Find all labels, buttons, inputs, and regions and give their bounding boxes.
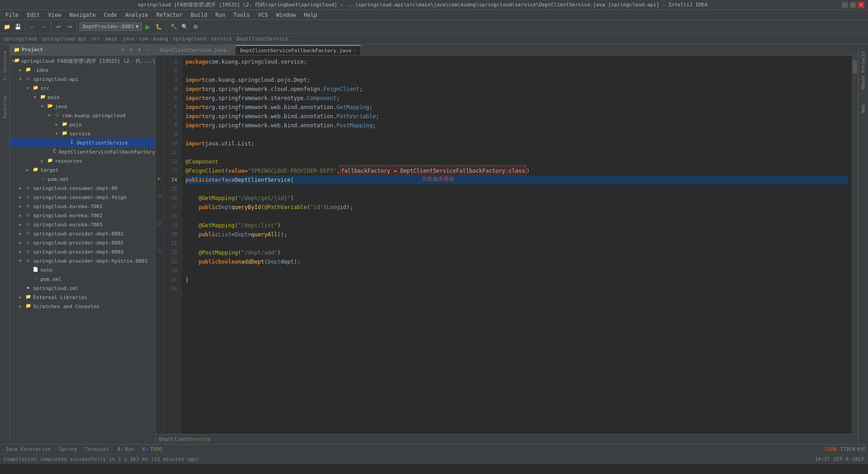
- toolbar-undo-button[interactable]: ↩: [54, 22, 64, 32]
- project-settings-icon[interactable]: ▼: [136, 46, 143, 54]
- minimize-button[interactable]: ─: [842, 2, 848, 8]
- tree-provider-8001[interactable]: ▶ ◎ springcloud-provider-dept-8001: [10, 229, 155, 238]
- toolbar-separator-1: [25, 23, 25, 31]
- menu-run[interactable]: Run: [212, 11, 229, 19]
- menu-file[interactable]: File: [2, 11, 22, 19]
- editor-filename: DeptClientService: [159, 436, 210, 442]
- right-tab-web[interactable]: Web: [860, 102, 867, 115]
- run-config-label: DeptProvider-8001: [83, 24, 134, 30]
- toolbar-save-button[interactable]: 💾: [13, 22, 23, 32]
- tree-note[interactable]: 📄 note: [10, 265, 155, 274]
- toolbar-search-button[interactable]: 🔍: [180, 22, 190, 32]
- menu-tools[interactable]: Tools: [230, 11, 254, 19]
- tree-consumer-80[interactable]: ▶ ◎ springcloud-consumer-dept-80: [10, 184, 155, 193]
- right-tab-maven[interactable]: Maven Projects: [860, 48, 867, 92]
- bottom-tab-terminal[interactable]: Terminal: [81, 445, 113, 454]
- tree-package[interactable]: ▼ ⬡ com.kuang.springcloud: [10, 111, 155, 120]
- breadcrumb-java[interactable]: java: [122, 36, 135, 42]
- breadcrumb-deptclientservice[interactable]: DeptClientService: [237, 36, 288, 42]
- tree-resources[interactable]: ▶ 📁 resources: [10, 156, 155, 165]
- margin-14[interactable]: ▶: [155, 174, 163, 183]
- tree-java[interactable]: ▼ 📂 java: [10, 102, 155, 111]
- tree-main[interactable]: ▼ 📁 main: [10, 93, 155, 102]
- close-button[interactable]: ✕: [858, 2, 864, 8]
- tree-target[interactable]: ▶ 📁 target: [10, 165, 155, 175]
- tree-eureka-7002[interactable]: ▶ ◎ springcloud-eureka-7002: [10, 211, 155, 220]
- toolbar-settings-button[interactable]: ⚙: [190, 22, 200, 32]
- tree-pojo[interactable]: ▶ 📁 pojo: [10, 120, 155, 129]
- menu-edit[interactable]: Edit: [23, 11, 44, 19]
- code-content[interactable]: package com.kuang.springcloud.service; i…: [182, 55, 852, 434]
- tree-eureka-7003[interactable]: ▶ ◎ springcloud-eureka-7003: [10, 220, 155, 229]
- bottom-tab-spring[interactable]: Spring: [55, 445, 80, 454]
- maximize-button[interactable]: □: [850, 2, 856, 8]
- margin-22[interactable]: ⬡: [155, 246, 163, 255]
- tree-pom-api[interactable]: ✦ pom.xml: [10, 175, 155, 184]
- menu-analyze[interactable]: Analyze: [121, 11, 152, 19]
- status-encoding[interactable]: UTF-8: [833, 456, 848, 462]
- breadcrumb-kuang[interactable]: kuang: [153, 36, 168, 42]
- tree-provider-8002[interactable]: ▶ ◎ springcloud-provider-dept-8002: [10, 238, 155, 247]
- menu-refactor[interactable]: Refactor: [153, 11, 186, 19]
- toolbar-forward-button[interactable]: →: [39, 22, 49, 32]
- tree-service[interactable]: ▼ 📁 service: [10, 129, 155, 138]
- menu-window[interactable]: Window: [272, 11, 299, 19]
- breadcrumb-src[interactable]: src: [91, 36, 100, 42]
- toolbar-open-button[interactable]: 📁: [2, 22, 12, 32]
- breadcrumb-service[interactable]: service: [211, 36, 232, 42]
- bottom-tab-run[interactable]: 4: Run: [114, 445, 138, 454]
- menu-help[interactable]: Help: [300, 11, 321, 19]
- code-line-7: import org.springframework.web.bind.anno…: [185, 112, 848, 121]
- toolbar-build-button[interactable]: 🔨: [169, 22, 179, 32]
- tree-root[interactable]: ▼ 📁 springcloud FA班级管理\西开 [19525] \2. 代.…: [10, 56, 155, 65]
- tree-idea[interactable]: ▶ 📁 .idea: [10, 65, 155, 75]
- code-editor[interactable]: ▶ ⬡ ⬡ ⬡ 1 2 3 4 5 6 7 8 9 10: [155, 55, 858, 434]
- margin-19[interactable]: ⬡: [155, 219, 163, 228]
- margin-16[interactable]: ⬡: [155, 192, 163, 201]
- breadcrumb-springcloud[interactable]: springcloud: [4, 36, 37, 42]
- tab-fallbackfactory-close[interactable]: ✕: [353, 48, 355, 53]
- tab-deptclientservice[interactable]: DeptClientService.java ✕: [155, 45, 235, 55]
- tree-external-libs[interactable]: ▶ 📁 External Libraries: [10, 293, 155, 302]
- bottom-tab-todo[interactable]: 6: TODO: [139, 445, 166, 454]
- code-line-20: public List<Dept> queryAll();: [185, 230, 848, 239]
- run-config-selector[interactable]: DeptProvider-8001 ▼: [80, 22, 142, 31]
- tree-provider-8003[interactable]: ▶ ◎ springcloud-provider-dept-8003: [10, 247, 155, 256]
- right-scrollbar[interactable]: [852, 55, 858, 434]
- toolbar-back-button[interactable]: ←: [28, 22, 38, 32]
- window-controls[interactable]: ─ □ ✕: [842, 2, 864, 8]
- left-tab-structure[interactable]: 2: Structure: [2, 48, 8, 83]
- tree-consumer-feign[interactable]: ▶ ◎ springcloud-consumer-dept-feign: [10, 193, 155, 202]
- menu-navigate[interactable]: Navigate: [66, 11, 100, 19]
- menu-view[interactable]: View: [45, 11, 65, 19]
- run-button[interactable]: ▶: [143, 22, 153, 32]
- menu-code[interactable]: Code: [100, 11, 121, 19]
- tab-deptclientservice-close[interactable]: ✕: [228, 48, 230, 53]
- bottom-tab-java-enterprise[interactable]: Java Enterprise: [2, 445, 54, 454]
- project-gear-icon[interactable]: ⚙: [128, 46, 135, 54]
- debug-button[interactable]: 🐛: [154, 22, 164, 32]
- breadcrumb-com[interactable]: com: [139, 36, 148, 42]
- tree-deptclientservice[interactable]: I DeptClientService: [10, 138, 155, 147]
- tree-hystrix-8001[interactable]: ▼ ◎ springcloud-provider-dept-hystrix-80…: [10, 256, 155, 265]
- tree-scratches[interactable]: ▶ 📁 Scratches and Consoles: [10, 302, 155, 311]
- tree-springcloud-api[interactable]: ▼ ◎ springcloud-api: [10, 75, 155, 84]
- tree-src[interactable]: ▼ 📁 src: [10, 84, 155, 93]
- tree-fallbackfactory[interactable]: C DeptClientServiceFallbackFactory: [10, 147, 155, 156]
- menu-vcs[interactable]: VCS: [254, 11, 272, 19]
- left-tab-favorites[interactable]: Favorites: [2, 93, 8, 121]
- toolbar-redo-button[interactable]: ↪: [65, 22, 75, 32]
- status-line-sep[interactable]: CRLF: [853, 456, 865, 462]
- status-position[interactable]: 14:37: [815, 456, 830, 462]
- breadcrumb-springcloud2[interactable]: springcloud: [173, 36, 206, 42]
- tree-eureka-7001[interactable]: ▶ ◎ springcloud-eureka-7001: [10, 202, 155, 211]
- project-collapse-icon[interactable]: −: [144, 46, 151, 54]
- tab-fallbackfactory[interactable]: DeptClientServiceFallbackFactory.java ✕: [235, 45, 360, 55]
- breadcrumb-springcloud-api[interactable]: springcloud-api: [41, 36, 86, 42]
- left-margin: ▶ ⬡ ⬡ ⬡: [155, 55, 164, 434]
- breadcrumb-main[interactable]: main: [105, 36, 118, 42]
- tree-iml[interactable]: ◆ springcloud.iml: [10, 284, 155, 293]
- project-sync-icon[interactable]: ⟳: [120, 46, 127, 54]
- menu-build[interactable]: Build: [187, 11, 211, 19]
- tree-pom-hystrix[interactable]: ✦ pom.xml: [10, 274, 155, 284]
